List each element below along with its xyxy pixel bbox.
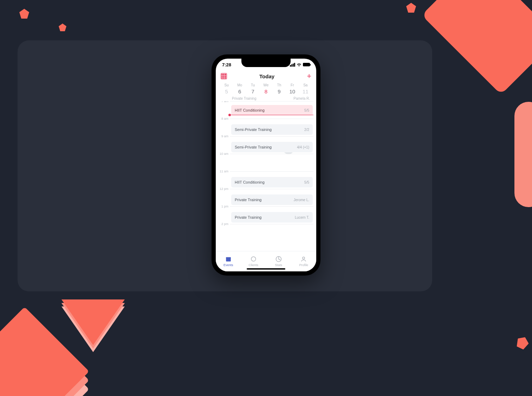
event-meta: Jerome L.	[294, 198, 309, 202]
phone-device-frame: 7:28 Today + Su5Mo6Tu7We8Th9Fr10Sa11 Pri…	[212, 54, 320, 276]
hour-label: 9 am	[218, 134, 228, 138]
peek-event-name: Private Training	[232, 97, 256, 100]
event-meta: Lucern T.	[295, 216, 309, 219]
tab-label: Profile	[299, 263, 308, 267]
weekday-label: Fr	[286, 83, 299, 87]
weekday-label: We	[259, 83, 272, 87]
tab-label: Clients	[248, 263, 258, 267]
weekday-cell[interactable]: We8	[259, 83, 272, 94]
tab-profile[interactable]: Profile	[291, 251, 317, 271]
profile-icon	[300, 256, 307, 262]
phone-notch	[241, 59, 291, 67]
hour-label: 7 am	[218, 101, 228, 103]
phone-screen: 7:28 Today + Su5Mo6Tu7We8Th9Fr10Sa11 Pri…	[216, 59, 316, 271]
weekday-cell[interactable]: Th9	[273, 83, 286, 94]
event-meta: 4/4 (+1)	[297, 145, 309, 149]
event-name: Semi-Private Training	[235, 145, 272, 149]
weekday-label: Sa	[299, 83, 312, 87]
weekday-number: 7	[246, 88, 259, 94]
weekday-label: Tu	[246, 83, 259, 87]
event-name: Semi-Private Training	[235, 127, 272, 132]
event-card[interactable]: Semi-Private Training4/4 (+1)	[231, 142, 313, 152]
day-timeline[interactable]: 7 amHIIT Conditioning5/58 amSemi-Private…	[216, 101, 316, 251]
hour-slot: 2 pm	[230, 224, 313, 242]
decor-gem-icon	[514, 335, 530, 350]
hour-label: 2 pm	[218, 222, 228, 226]
weekday-number: 10	[286, 88, 299, 94]
event-name: HIIT Conditioning	[235, 108, 265, 112]
svg-point-2	[303, 257, 305, 259]
hour-label: 8 am	[218, 117, 228, 120]
weekday-cell[interactable]: Tu7	[246, 83, 259, 94]
stats-icon	[275, 256, 282, 262]
clients-icon	[250, 256, 257, 262]
weekday-label: Th	[273, 83, 286, 87]
decor-triangle-top-right	[422, 0, 532, 94]
page-title: Today	[259, 73, 274, 79]
hour-slot: 8 amSemi-Private Training2/2	[230, 119, 313, 136]
event-meta: 2/2	[304, 128, 309, 132]
hour-label: 10 am	[218, 152, 228, 156]
svg-rect-1	[226, 257, 231, 258]
hour-label: 12 pm	[218, 187, 228, 191]
weekday-label: Mo	[233, 83, 246, 87]
peek-event-meta: Pamela R.	[293, 97, 310, 100]
decor-gem-icon	[19, 9, 29, 19]
decor-gem-icon	[406, 3, 416, 13]
event-card[interactable]: Semi-Private Training2/2	[231, 124, 313, 135]
weekday-number: 6	[233, 88, 246, 94]
current-time-indicator	[230, 115, 313, 115]
weekday-cell[interactable]: Mo6	[233, 83, 246, 94]
battery-icon	[303, 63, 310, 66]
weekday-cell[interactable]: Su5	[220, 83, 233, 94]
event-name: Private Training	[235, 215, 261, 219]
event-name: Private Training	[235, 198, 261, 202]
hour-slot: 7 amHIIT Conditioning5/5	[230, 101, 313, 119]
weekday-number: 11	[299, 88, 312, 94]
tab-events[interactable]: Events	[216, 251, 241, 271]
event-card[interactable]: Private TrainingJerome L.	[231, 194, 313, 205]
event-card[interactable]: HIIT Conditioning5/5	[231, 105, 313, 116]
tab-label: Stats	[275, 263, 282, 267]
week-row: Su5Mo6Tu7We8Th9Fr10Sa11	[216, 83, 316, 94]
signal-icon	[290, 63, 295, 67]
events-icon	[225, 256, 232, 262]
hour-slot: 11 amHIIT Conditioning5/5	[230, 171, 313, 189]
hour-slot: 12 pmPrivate TrainingJerome L.	[230, 189, 313, 206]
hour-label: 1 pm	[218, 205, 228, 208]
add-button[interactable]: +	[307, 72, 311, 80]
previous-event-peek: Private Training Pamela R.	[216, 94, 316, 101]
event-name: HIIT Conditioning	[235, 180, 265, 184]
decor-stack-bottom-left	[61, 299, 125, 363]
hour-slot: 9 amSemi-Private Training4/4 (+1)	[230, 136, 313, 154]
tab-label: Events	[223, 263, 233, 267]
hour-label: 11 am	[218, 170, 228, 173]
weekday-number: 9	[273, 88, 286, 94]
weekday-cell[interactable]: Sa11	[299, 83, 312, 94]
wifi-icon	[297, 63, 301, 67]
screen-header: Today +	[216, 71, 316, 83]
calendar-grid-icon[interactable]	[221, 73, 227, 79]
hour-slot: 10 am	[230, 154, 313, 171]
weekday-number: 8	[259, 88, 272, 94]
event-meta: 5/5	[304, 108, 309, 112]
hour-slot: 1 pmPrivate TrainingLucern T.	[230, 206, 313, 224]
decor-blob-right	[514, 102, 532, 207]
decor-gem-icon	[59, 24, 66, 31]
home-indicator	[247, 268, 285, 270]
event-meta: 5/5	[304, 180, 309, 184]
weekday-label: Su	[220, 83, 233, 87]
event-card[interactable]: HIIT Conditioning5/5	[231, 177, 313, 187]
weekday-cell[interactable]: Fr10	[286, 83, 299, 94]
status-time: 7:28	[222, 62, 231, 67]
weekday-number: 5	[220, 88, 233, 94]
event-card[interactable]: Private TrainingLucern T.	[231, 212, 313, 223]
